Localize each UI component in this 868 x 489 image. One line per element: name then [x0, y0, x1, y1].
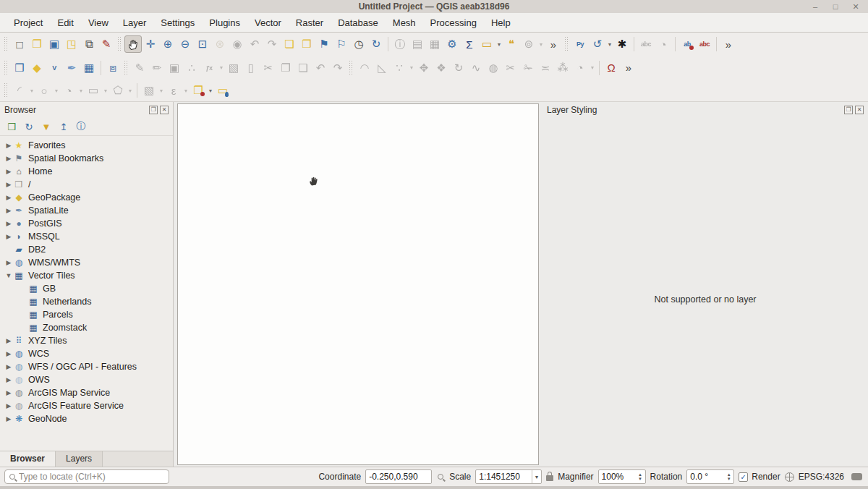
zoom-out-icon[interactable]: ⊖: [176, 35, 194, 53]
zoom-next-icon[interactable]: ↷: [263, 35, 281, 53]
messages-icon[interactable]: [851, 473, 862, 480]
tab-browser[interactable]: Browser: [0, 451, 56, 467]
toolbar-drag-handle[interactable]: [117, 36, 122, 52]
tree-item-ows[interactable]: ▶◍OWS: [0, 373, 173, 386]
simplify-feature-icon[interactable]: ∿: [467, 59, 485, 77]
crs-globe-icon[interactable]: [785, 472, 794, 482]
expand-arrow-icon[interactable]: ▶: [4, 337, 13, 344]
measure-icon[interactable]: ▭: [478, 35, 495, 53]
select-by-expression-icon[interactable]: ε: [165, 82, 182, 99]
shape-ellipse-icon[interactable]: ◔: [60, 82, 77, 99]
expand-arrow-icon[interactable]: ▶: [4, 376, 13, 383]
tree-item-wcs[interactable]: ▶◍WCS: [0, 347, 173, 360]
styling-float-icon[interactable]: ❐: [844, 106, 853, 114]
toolbar-overflow-icon[interactable]: »: [545, 35, 562, 53]
processing-toolbox-icon[interactable]: ⚙: [443, 35, 461, 53]
menu-plugins[interactable]: Plugins: [203, 14, 247, 31]
refresh-browser-icon[interactable]: ↻: [22, 119, 36, 134]
toolbar-drag-handle[interactable]: [124, 60, 129, 76]
tree-item-geopackage[interactable]: ▶◆GeoPackage: [0, 191, 173, 204]
select-by-expression-icon-dropdown[interactable]: ▼: [182, 82, 190, 99]
expand-arrow-icon[interactable]: ▶: [4, 207, 13, 214]
advanced-digitize-icon[interactable]: ƒx: [200, 59, 218, 77]
menu-project[interactable]: Project: [7, 14, 49, 31]
expand-arrow-icon[interactable]: ▼: [4, 272, 13, 279]
tree-item-xyz-tiles[interactable]: ▶⠿XYZ Tiles: [0, 334, 173, 347]
stream-digitize-icon[interactable]: ◺: [373, 59, 391, 77]
vertex-tool-icon[interactable]: ∵: [391, 59, 408, 77]
zoom-to-selection-icon[interactable]: ⊛: [211, 35, 229, 53]
tree-item-arcgis-feature-service[interactable]: ▶◍ArcGIS Feature Service: [0, 399, 173, 412]
pan-to-selection-icon[interactable]: ✛: [142, 35, 159, 53]
circular-string-icon[interactable]: ◠: [356, 59, 373, 77]
tree-item-spatialite[interactable]: ▶✒SpatiaLite: [0, 204, 173, 217]
magnifier-spinner-icon[interactable]: ▲▼: [636, 470, 645, 483]
reload-plugin-icon[interactable]: ↺: [589, 35, 606, 53]
expand-arrow-icon[interactable]: ▶: [4, 402, 13, 409]
scale-dropdown-icon[interactable]: ▼: [532, 470, 542, 483]
redo-icon[interactable]: ↷: [329, 59, 346, 77]
tree-item-favorites[interactable]: ▶★Favorites: [0, 139, 173, 152]
tree-item-home[interactable]: ▶⌂Home: [0, 165, 173, 178]
toolbar-drag-handle[interactable]: [564, 36, 569, 52]
properties-info-icon[interactable]: ⓘ: [74, 119, 88, 134]
toolbar-drag-handle[interactable]: [4, 36, 9, 52]
advanced-digitize-icon-dropdown[interactable]: ▼: [218, 59, 225, 77]
measure-icon-dropdown[interactable]: ▼: [495, 35, 503, 53]
new-shapefile-icon[interactable]: V: [46, 59, 63, 77]
attribute-table-icon[interactable]: ▤: [409, 35, 426, 53]
modify-attributes-icon[interactable]: ▧: [225, 59, 242, 77]
select-features-icon-dropdown[interactable]: ▼: [158, 82, 165, 99]
browser-float-icon[interactable]: ❐: [149, 106, 158, 114]
tree-item-arcgis-map-service[interactable]: ▶◍ArcGIS Map Service: [0, 386, 173, 399]
locator-search-icon[interactable]: ⊚: [520, 35, 537, 53]
rotation-spinner-icon[interactable]: ▲▼: [724, 470, 733, 483]
shape-circular-string-icon-dropdown[interactable]: ▼: [28, 82, 35, 99]
expand-arrow-icon[interactable]: ▶: [4, 363, 13, 370]
new-project-icon[interactable]: □: [11, 35, 28, 53]
lock-scale-icon[interactable]: [546, 475, 553, 481]
expand-arrow-icon[interactable]: ▶: [4, 389, 13, 396]
statistical-summary-icon[interactable]: ▦: [426, 35, 443, 53]
tree-item-vector-tile-gb[interactable]: ▦GB: [0, 282, 173, 295]
move-feature-icon[interactable]: ✥: [415, 59, 433, 77]
shape-rectangle-icon[interactable]: ▭: [85, 82, 102, 99]
delete-selected-icon[interactable]: ▯: [242, 59, 260, 77]
new-spatialite-icon[interactable]: ✒: [63, 59, 80, 77]
styling-close-icon[interactable]: ✕: [855, 106, 864, 114]
pin-labels-icon[interactable]: ab: [678, 35, 696, 53]
rotate-feature-icon[interactable]: ↻: [450, 59, 467, 77]
tree-item-vector-tile-netherlands[interactable]: ▦Netherlands: [0, 295, 173, 308]
tree-item-db2[interactable]: ▰DB2: [0, 243, 173, 256]
tree-item-mssql[interactable]: ▶◗MSSQL: [0, 230, 173, 243]
snapping-icon[interactable]: Ω: [603, 59, 620, 77]
show-layout-manager-icon[interactable]: ⧉: [80, 35, 98, 53]
shape-regular-polygon-icon-dropdown[interactable]: ▼: [127, 82, 134, 99]
tab-layers[interactable]: Layers: [56, 451, 103, 467]
tree-item-spatial-bookmarks[interactable]: ▶⚑Spatial Bookmarks: [0, 152, 173, 165]
identify-features-icon[interactable]: ⓘ: [391, 35, 409, 53]
shape-circle-icon-dropdown[interactable]: ▼: [53, 82, 60, 99]
show-spatial-bookmarks-icon[interactable]: ⚐: [333, 35, 350, 53]
tree-item-wms-wmts[interactable]: ▶◍WMS/WMTS: [0, 256, 173, 269]
locator-input[interactable]: [19, 472, 164, 482]
menu-settings[interactable]: Settings: [154, 14, 201, 31]
tree-item-vector-tile-zoomstack[interactable]: ▦Zoomstack: [0, 321, 173, 334]
browser-close-icon[interactable]: ✕: [160, 106, 169, 114]
menu-vector[interactable]: Vector: [248, 14, 288, 31]
menu-database[interactable]: Database: [331, 14, 385, 31]
coordinate-input[interactable]: [366, 472, 431, 482]
save-project-icon[interactable]: ▣: [46, 35, 63, 53]
menu-edit[interactable]: Edit: [51, 14, 80, 31]
layer-labeling-icon[interactable]: abc: [637, 35, 655, 53]
new-virtual-layer-icon[interactable]: ▦: [80, 59, 98, 77]
python-console-icon[interactable]: Py: [571, 35, 589, 53]
locator-search-icon-dropdown[interactable]: ▼: [537, 35, 545, 53]
tree-item-postgis[interactable]: ▶●PostGIS: [0, 217, 173, 230]
split-parts-icon[interactable]: ✁: [519, 59, 537, 77]
copy-features-icon[interactable]: ❐: [277, 59, 294, 77]
reshape-features-icon[interactable]: ⁂: [554, 59, 571, 77]
minimize-icon[interactable]: –: [810, 1, 820, 12]
menu-mesh[interactable]: Mesh: [386, 14, 422, 31]
scale-input[interactable]: [476, 472, 531, 482]
